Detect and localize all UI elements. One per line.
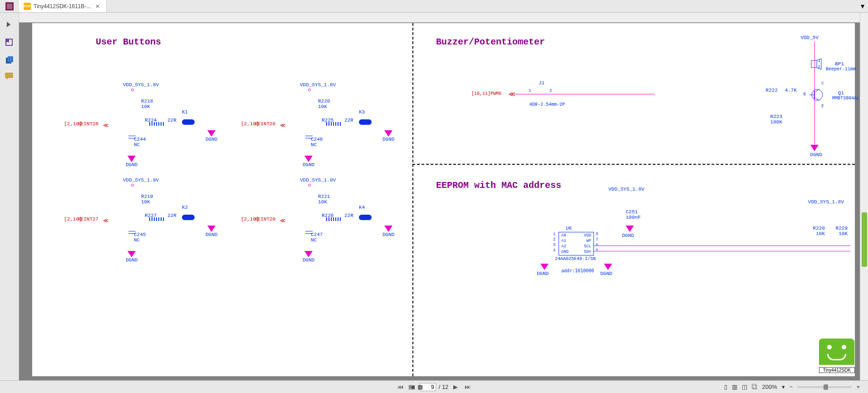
pin-sda: SDA [577, 250, 593, 254]
side-toolbar [0, 13, 19, 380]
pwm-name: PWM0 [490, 91, 501, 96]
dgnd-2: DGND [383, 137, 394, 142]
vertical-scrollbar[interactable] [860, 13, 868, 380]
first-page-button[interactable]: ⏮ [396, 383, 405, 392]
pin-e: E [822, 104, 824, 108]
cap-name: C246 [311, 137, 323, 142]
vdd-label: VDD_SYS_1.8V [123, 177, 159, 183]
svg-rect-6 [811, 60, 817, 68]
gnd-icon [810, 145, 819, 151]
r229-val: 10K [839, 231, 848, 236]
tact-switch-icon [182, 119, 195, 125]
q1-model: MMBT3904AL [832, 96, 859, 101]
gnd-icon [604, 264, 612, 270]
section-title-user-buttons: User Buttons [96, 37, 161, 47]
zoom-thumb[interactable] [824, 384, 828, 390]
continuous-icon[interactable]: ▥ [732, 383, 737, 390]
cap-nc: NC [311, 142, 317, 147]
fit-width-icon[interactable]: ▤ [408, 383, 414, 390]
vdd-node [308, 88, 311, 91]
fit-page-icon[interactable]: ▦ [417, 383, 423, 390]
book-view-icon[interactable]: ⿻ [752, 383, 758, 390]
dgnd-1: DGND [126, 257, 137, 263]
r-pull: R218 [141, 98, 153, 104]
vdd-label: VDD_SYS_1.8V [300, 177, 336, 183]
dgnd-2: DGND [383, 232, 394, 237]
gnd-icon [128, 251, 136, 257]
pin-c: C [822, 81, 824, 86]
tact-switch-icon [359, 119, 372, 125]
zoom-slider[interactable] [797, 386, 852, 388]
mascot-eye-icon [842, 345, 846, 349]
port-arrow-icon: ≪ [280, 122, 286, 129]
gnd-icon [304, 251, 313, 257]
next-page-button[interactable]: ▶ [451, 383, 460, 392]
cap: C251 [626, 209, 638, 215]
bookmark-icon[interactable] [5, 38, 14, 47]
j1-model: HDR-2.54mm-2P [530, 102, 565, 107]
r-pull: R220 [318, 98, 330, 104]
switch-name: K4 [359, 205, 365, 210]
vdd-node [131, 88, 134, 91]
r-series-val: 22R [344, 213, 353, 218]
r-pull-val: 10K [141, 104, 150, 109]
dgnd-1: DGND [303, 257, 314, 263]
pin-wp: WP [577, 239, 593, 243]
close-tab-icon[interactable]: ✕ [93, 3, 102, 10]
vdd5-label: VDD_5V [800, 35, 819, 40]
r-pull-val: 10K [318, 104, 327, 109]
document-viewport[interactable]: User Buttons Buzzer/Potentiometer EEPROM… [19, 13, 868, 380]
tact-switch-icon [359, 215, 372, 220]
vdd2: VDD_SYS_1.8V [808, 199, 844, 205]
pin-a1: A1 [560, 239, 576, 243]
section-divider-horizontal [412, 164, 855, 165]
wire [594, 246, 850, 246]
port-arrow-icon: ≪ [103, 217, 109, 224]
pin-n3: 3 [553, 243, 555, 247]
chip-addr: addr:1010000 [561, 268, 594, 273]
cap-nc: NC [311, 237, 317, 243]
cap-name: C245 [134, 232, 146, 237]
mascot-eye-icon [827, 345, 832, 349]
expand-panel-icon[interactable] [5, 21, 14, 30]
eeprom-dgnd2: DGND [600, 271, 612, 276]
cap-name: C247 [311, 232, 323, 237]
comments-icon[interactable] [5, 73, 14, 82]
zoom-value: 200% [762, 383, 777, 390]
last-page-button[interactable]: ⏭ [463, 383, 472, 392]
bp1-model: Beeper-11mm [826, 67, 856, 72]
ruler [19, 13, 860, 23]
vdd1: VDD_SYS_1.8V [608, 187, 644, 192]
tab-dropdown-icon[interactable]: ▾ [857, 0, 868, 12]
bp-pin1: 1 [818, 59, 820, 63]
section-divider-vertical [412, 23, 413, 376]
port-name: XEINT27 [78, 216, 98, 222]
schematic-page: User Buttons Buzzer/Potentiometer EEPROM… [32, 23, 855, 377]
page-total: / 12 [439, 383, 449, 390]
switch-name: K3 [359, 109, 365, 115]
mascot-widget[interactable] [819, 339, 854, 365]
svg-rect-4 [8, 56, 13, 62]
resistor-icon [326, 217, 342, 221]
pwm-sheet: [10,11] [471, 91, 490, 96]
tab-title: Tiny4412SDK-1611B-... [34, 3, 91, 10]
dgnd-2: DGND [206, 137, 217, 142]
zoom-in-button[interactable]: + [856, 383, 860, 390]
pages-icon[interactable] [5, 55, 14, 64]
single-page-icon[interactable]: ▯ [724, 383, 727, 390]
scroll-thumb[interactable] [862, 212, 867, 267]
zoom-dropdown-icon[interactable]: ▾ [782, 383, 785, 390]
pin-n5: 5 [596, 248, 598, 253]
document-tab[interactable]: PDF Tiny4412SDK-1611B-... ✕ [19, 0, 107, 12]
pin-b: B [804, 92, 806, 97]
r-series-val: 22R [167, 118, 177, 123]
pin-n1: 1 [553, 232, 555, 236]
pin-a0: A0 [560, 233, 576, 238]
r-pull: R221 [318, 194, 330, 199]
zoom-out-button[interactable]: − [790, 383, 793, 390]
buzzer-block: VDD_5V BP1 Beeper-11mm 1 2 Q1 MMBT3904AL… [454, 32, 850, 164]
r-series-val: 22R [167, 213, 177, 218]
two-page-icon[interactable]: ◫ [742, 383, 747, 390]
r-pull: R219 [141, 194, 153, 199]
pin-n4: 4 [553, 248, 555, 253]
